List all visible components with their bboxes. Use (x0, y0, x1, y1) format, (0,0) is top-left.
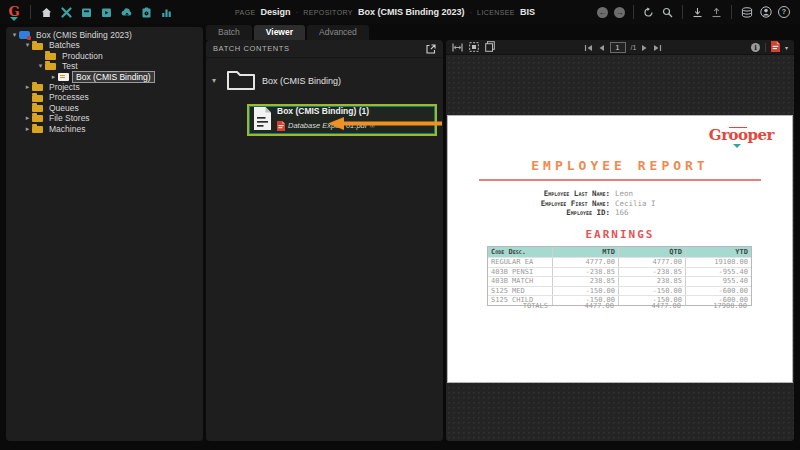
page-value[interactable]: Design (261, 7, 291, 17)
archive-box-icon[interactable] (80, 6, 93, 19)
topbar-right-group: ← → ? (597, 5, 800, 19)
fit-page-icon[interactable] (469, 40, 479, 56)
pdf-export-icon[interactable] (771, 40, 780, 56)
topbar: G PAGE De (0, 0, 800, 24)
info-icon[interactable]: i (751, 43, 760, 52)
thumbnails-pages-icon[interactable] (485, 40, 495, 56)
tree-item-box-cmis-binding[interactable]: ▸Box (CMIS Binding) (6, 72, 203, 82)
run-box-icon[interactable] (100, 6, 113, 19)
tab-advanced[interactable]: Advanced (307, 25, 369, 40)
table-cell: -600.00 (685, 287, 751, 296)
cloud-upload-icon[interactable] (120, 6, 133, 19)
upload-icon[interactable] (710, 6, 723, 19)
batch-icon (58, 73, 69, 81)
next-page-button[interactable] (641, 40, 648, 56)
download-icon[interactable] (691, 6, 704, 19)
expander-icon[interactable]: ▸ (23, 124, 32, 134)
expander-icon[interactable]: ▸ (23, 82, 32, 92)
table-cell: -238.85 (618, 268, 685, 277)
viewer-canvas[interactable]: Grooper EMPLOYEE REPORT Employee Last Na… (446, 55, 794, 441)
breadcrumb-separator: · (469, 8, 472, 17)
last-page-button[interactable] (653, 40, 662, 56)
table-cell: 19108.00 (685, 258, 751, 267)
user-account-icon[interactable] (759, 6, 772, 19)
folder-icon (32, 105, 43, 112)
totals-value: 17908.00 (684, 302, 750, 311)
tree-item-projects[interactable]: ▸Projects (6, 82, 203, 92)
expander-icon[interactable]: ▾ (23, 40, 32, 50)
help-icon[interactable]: ? (778, 6, 790, 18)
tree-item-queues[interactable]: Queues (6, 103, 203, 113)
tree-item-label: File Stores (46, 113, 93, 123)
tree-item-batches[interactable]: ▾Batches (6, 40, 203, 50)
tasks-clipboard-icon[interactable] (140, 6, 153, 19)
annotation-arrow-icon (328, 116, 444, 134)
licensee-label: LICENSEE (477, 9, 515, 16)
field-employee-id: Employee ID:166 (448, 208, 792, 218)
totals-value: 4477.00 (617, 302, 684, 311)
table-cell: 403B MATCH (488, 277, 552, 286)
tree-item-production[interactable]: Production (6, 51, 203, 61)
tree-item-file-stores[interactable]: ▸File Stores (6, 113, 203, 123)
column-header: MTD (552, 247, 618, 257)
tab-batch[interactable]: Batch (206, 25, 252, 40)
batch-contents-header: BATCH CONTENTS (206, 40, 443, 58)
folder-icon (45, 53, 56, 60)
divider (731, 5, 732, 19)
stats-bars-icon[interactable] (160, 6, 173, 19)
page-number-input[interactable]: 1 (610, 42, 626, 53)
topbar-left-group: G (0, 5, 173, 19)
table-cell: 4777.00 (618, 258, 685, 267)
table-cell: -150.00 (552, 287, 618, 296)
fit-width-icon[interactable] (452, 40, 463, 56)
grooper-document-logo: Grooper (709, 126, 774, 144)
table-cell: -955.40 (685, 268, 751, 277)
middle-tab-bar: BatchViewerAdvanced (206, 25, 369, 40)
batch-tree: ▾ Box (CMIS Binding) Box (CMIS Binding) … (206, 58, 443, 441)
table-cell: 238.85 (552, 277, 618, 286)
home-icon[interactable] (40, 6, 53, 19)
back-button[interactable]: ← (597, 7, 608, 18)
field-value: Cecilia I (615, 199, 656, 209)
chevron-down-icon[interactable]: ▾ (785, 44, 788, 51)
grooper-logo-icon[interactable]: G (7, 6, 21, 18)
expander-icon[interactable]: ▾ (10, 30, 19, 40)
previous-page-button[interactable] (598, 40, 605, 56)
tree-item-machines[interactable]: ▸Machines (6, 124, 203, 134)
tree-item-processes[interactable]: Processes (6, 92, 203, 102)
database-stack-icon[interactable] (740, 6, 753, 19)
tools-icon[interactable] (60, 6, 73, 19)
expander-icon[interactable]: ▾ (212, 76, 220, 85)
document-title: Box (CMIS Binding) (1) (277, 106, 375, 116)
folder-icon (32, 95, 43, 102)
tree-item-label: Production (59, 51, 106, 61)
search-icon[interactable] (661, 6, 674, 19)
first-page-button[interactable] (584, 40, 593, 56)
folder-open-icon (226, 68, 256, 93)
forward-button[interactable]: → (614, 7, 625, 18)
divider (682, 5, 683, 19)
licensee-value[interactable]: BIS (520, 7, 535, 17)
document-page[interactable]: Grooper EMPLOYEE REPORT Employee Last Na… (448, 116, 792, 382)
repository-value[interactable]: Box (CMIS Binding 2023) (358, 7, 465, 17)
grooper-logo-chevron (10, 17, 18, 21)
batch-folder-row[interactable]: ▾ Box (CMIS Binding) (206, 58, 443, 93)
table-row: S125 MED-150.00-150.00-600.00 (488, 286, 751, 296)
tab-viewer[interactable]: Viewer (254, 25, 305, 40)
open-in-window-icon[interactable] (426, 40, 436, 58)
tree-item-label: Projects (46, 82, 83, 92)
field-label: Employee Last Name: (448, 189, 610, 199)
totals-label: TOTALS (487, 302, 551, 311)
divider (633, 5, 634, 19)
table-cell: 955.40 (685, 277, 751, 286)
viewer-actions-group: i ▾ (751, 40, 788, 56)
expander-icon[interactable]: ▸ (49, 72, 58, 82)
document-report-title: EMPLOYEE REPORT (448, 158, 792, 173)
expander-icon[interactable]: ▾ (36, 61, 45, 71)
tree-item-box-cmis-binding-2023[interactable]: ▾Box (CMIS Binding 2023) (6, 30, 203, 40)
viewer-toolbar: 1 /1 i ▾ (446, 40, 794, 55)
expander-icon[interactable]: ▸ (23, 113, 32, 123)
field-employee-first-name: Employee First Name:Cecilia I (448, 199, 792, 209)
tree-item-label: Box (CMIS Binding 2023) (33, 30, 135, 40)
refresh-icon[interactable] (642, 6, 655, 19)
